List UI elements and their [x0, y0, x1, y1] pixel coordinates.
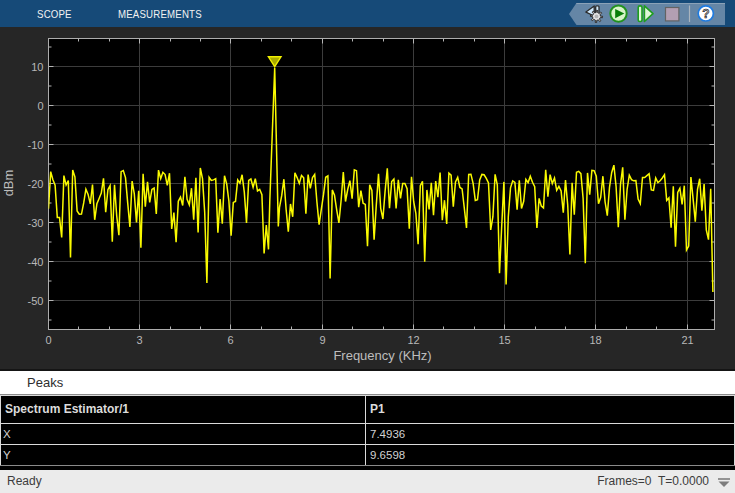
svg-text:21: 21: [681, 334, 693, 346]
svg-text:dBm: dBm: [1, 170, 16, 197]
svg-text:10: 10: [31, 61, 43, 73]
svg-text:15: 15: [498, 334, 510, 346]
svg-text:3: 3: [136, 334, 142, 346]
svg-text:6: 6: [227, 334, 233, 346]
svg-text:12: 12: [407, 334, 419, 346]
svg-text:18: 18: [589, 334, 601, 346]
svg-text:-40: -40: [28, 256, 44, 268]
svg-text:0: 0: [45, 334, 51, 346]
svg-text:-10: -10: [28, 139, 44, 151]
svg-text:-30: -30: [28, 217, 44, 229]
svg-text:-50: -50: [28, 295, 44, 307]
svg-text:0: 0: [37, 100, 43, 112]
svg-text:?: ?: [702, 7, 709, 21]
svg-text:9: 9: [319, 334, 325, 346]
svg-text:Frequency (KHz): Frequency (KHz): [333, 348, 431, 363]
svg-text:-20: -20: [28, 178, 44, 190]
